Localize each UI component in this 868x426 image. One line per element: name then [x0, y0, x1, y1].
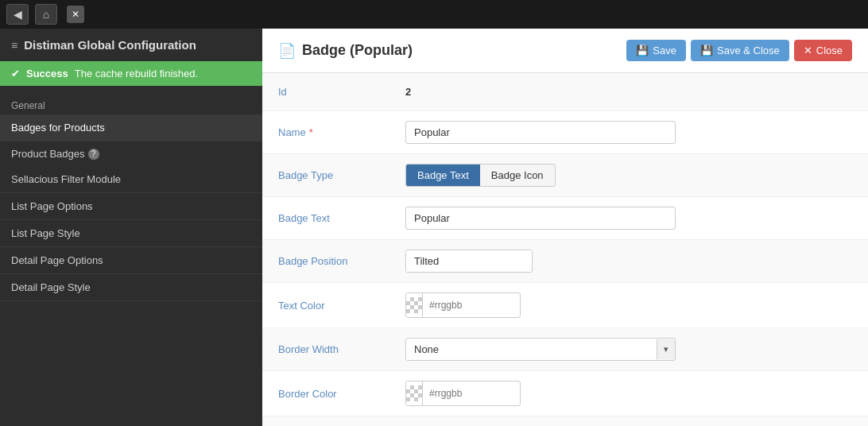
id-label: Id	[278, 86, 405, 98]
border-color-value	[405, 381, 852, 406]
sidebar-item-label-1: Sellacious Filter Module	[11, 173, 121, 185]
badge-text-button[interactable]: Badge Text	[406, 165, 480, 186]
text-color-swatch[interactable]	[406, 293, 423, 317]
form-row-id: Id 2	[262, 73, 868, 111]
form-row-border-color: Border Color	[262, 371, 868, 416]
form-row-badge-text: Badge Text	[262, 197, 868, 240]
success-checkmark: ✔	[11, 68, 20, 79]
badge-position-input[interactable]	[406, 250, 533, 272]
border-width-label: Border Width	[278, 343, 405, 355]
sidebar-item-label-3: List Page Style	[11, 227, 80, 239]
sidebar-header-icon: ≡	[11, 39, 17, 52]
form-row-background-color: Background Color	[262, 416, 868, 426]
home-button[interactable]: ⌂	[35, 4, 57, 25]
name-label: Name *	[278, 126, 405, 138]
sidebar-item-label-0: Badges for Products	[11, 122, 105, 134]
badge-icon-button[interactable]: Badge Icon	[480, 165, 555, 186]
border-color-label: Border Color	[278, 388, 405, 400]
close-top-button[interactable]: ✕	[67, 6, 84, 23]
form-row-name: Name *	[262, 111, 868, 154]
home-icon: ⌂	[43, 8, 49, 21]
save-close-button[interactable]: 💾 Save & Close	[691, 40, 789, 61]
sidebar-item-detail-page-options[interactable]: Detail Page Options	[0, 247, 262, 274]
sidebar: ≡ Distiman Global Configuration ✔ Succes…	[0, 29, 262, 426]
sidebar-item-list-page-options[interactable]: List Page Options	[0, 193, 262, 220]
sidebar-item-label-2: List Page Options	[11, 200, 93, 212]
modal-title-text: Badge (Popular)	[302, 42, 413, 59]
close-icon: ✕	[804, 45, 812, 56]
product-badges-row[interactable]: Product Badges ?	[0, 141, 262, 166]
border-color-swatch[interactable]	[406, 381, 423, 405]
save-close-label: Save & Close	[717, 45, 780, 56]
form-row-border-width: Border Width ▾	[262, 328, 868, 371]
badge-text-value	[405, 207, 852, 230]
name-input[interactable]	[405, 121, 676, 144]
swatch-cell	[418, 397, 422, 401]
back-button[interactable]: ◀	[6, 4, 29, 25]
help-icon[interactable]: ?	[88, 149, 99, 160]
product-badges-label: Product Badges	[11, 148, 85, 160]
form-row-badge-type: Badge Type Badge Text Badge Icon	[262, 154, 868, 197]
sidebar-title: Distiman Global Configuration	[24, 38, 196, 52]
name-value	[405, 121, 852, 144]
close-top-icon: ✕	[72, 9, 79, 20]
close-label: Close	[816, 45, 843, 56]
modal-header: 📄 Badge (Popular) 💾 Save 💾 Save & Close …	[262, 29, 868, 73]
sidebar-item-detail-page-style[interactable]: Detail Page Style	[0, 274, 262, 301]
modal-title-icon: 📄	[278, 42, 296, 60]
sidebar-header: ≡ Distiman Global Configuration	[0, 29, 262, 61]
save-label: Save	[653, 45, 676, 56]
close-button[interactable]: ✕ Close	[794, 40, 852, 61]
sidebar-item-list-page-style[interactable]: List Page Style	[0, 220, 262, 247]
back-icon: ◀	[14, 8, 22, 21]
main-area: ≡ Distiman Global Configuration ✔ Succes…	[0, 29, 868, 426]
modal-panel: 📄 Badge (Popular) 💾 Save 💾 Save & Close …	[262, 29, 868, 426]
badge-type-label: Badge Type	[278, 169, 405, 181]
success-banner: ✔ Success The cache rebuild finished.	[0, 61, 262, 86]
border-width-value: ▾	[405, 338, 852, 361]
sidebar-nav: General Badges for Products Product Badg…	[0, 86, 262, 309]
border-color-input-wrap[interactable]	[405, 381, 521, 406]
success-label: Success	[26, 68, 68, 79]
save-button[interactable]: 💾 Save	[626, 40, 686, 61]
badge-type-toggle: Badge Text Badge Icon	[405, 164, 556, 187]
badge-text-label: Badge Text	[278, 212, 405, 224]
form-row-badge-position: Badge Position ▾	[262, 240, 868, 283]
badge-position-value: ▾	[405, 250, 852, 273]
text-color-text-input[interactable]	[423, 296, 521, 315]
border-color-swatch-grid	[406, 385, 422, 401]
sidebar-item-sellacious[interactable]: Sellacious Filter Module	[0, 166, 262, 193]
text-color-swatch-grid	[406, 297, 422, 313]
badge-type-value: Badge Text Badge Icon	[405, 164, 852, 187]
border-width-input[interactable]	[406, 339, 657, 360]
badge-text-input[interactable]	[405, 207, 676, 230]
swatch-cell	[418, 309, 422, 313]
text-color-value	[405, 292, 852, 318]
form-row-text-color: Text Color	[262, 283, 868, 328]
success-message: The cache rebuild finished.	[75, 68, 198, 79]
sidebar-section-general: General	[0, 94, 262, 114]
sidebar-item-badges-for-products[interactable]: Badges for Products	[0, 114, 262, 141]
id-text: 2	[405, 86, 411, 98]
save-close-icon: 💾	[700, 45, 713, 56]
border-width-arrow[interactable]: ▾	[657, 339, 675, 359]
badge-position-label: Badge Position	[278, 255, 405, 267]
required-star: *	[309, 126, 313, 138]
modal-body: Id 2 Name * Badge Type	[262, 73, 868, 426]
text-color-label: Text Color	[278, 300, 405, 312]
border-color-text-input[interactable]	[423, 384, 521, 403]
modal-actions: 💾 Save 💾 Save & Close ✕ Close	[626, 40, 852, 61]
save-icon: 💾	[636, 45, 649, 56]
sidebar-item-label-4: Detail Page Options	[11, 254, 103, 266]
border-width-dropdown[interactable]: ▾	[405, 338, 676, 361]
text-color-input-wrap[interactable]	[405, 292, 521, 318]
sidebar-item-label-5: Detail Page Style	[11, 281, 91, 293]
top-bar: ◀ ⌂ ✕	[0, 0, 868, 29]
id-value: 2	[405, 86, 852, 98]
badge-position-dropdown[interactable]: ▾	[405, 250, 533, 273]
modal-title-area: 📄 Badge (Popular)	[278, 42, 413, 60]
